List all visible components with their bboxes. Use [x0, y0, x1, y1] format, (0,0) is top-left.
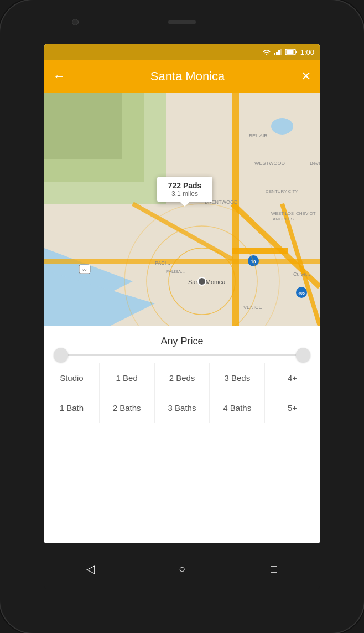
phone-bottom-bar	[0, 589, 364, 633]
baths-option-3[interactable]: 3 Baths	[155, 393, 210, 423]
status-time: 1:00	[300, 48, 314, 56]
svg-text:CHEVIOT: CHEVIOT	[296, 211, 316, 216]
nav-recent-button[interactable]: □	[263, 558, 285, 580]
map-popup: 722 Pads 3.1 miles	[157, 177, 212, 202]
slider-thumb-left[interactable]	[54, 348, 68, 362]
svg-rect-3	[280, 49, 282, 55]
beds-option-2[interactable]: 2 Beds	[155, 363, 210, 393]
price-section: Any Price	[44, 326, 320, 363]
signal-icon	[274, 49, 283, 55]
filters-area: Any Price Studio 1 Bed 2 Beds 3 Beds 4+ …	[44, 326, 320, 543]
app-bar: ← Santa Monica ✕	[44, 60, 320, 93]
svg-rect-10	[44, 93, 122, 159]
map-background: BRENTWOOD CENTURY CITY WESTWOOD BEL AIR …	[44, 93, 320, 326]
baths-option-2[interactable]: 2 Baths	[100, 393, 155, 423]
baths-filter-section: 1 Bath 2 Baths 3 Baths 4 Baths 5+	[44, 393, 320, 423]
back-button[interactable]: ←	[53, 69, 65, 84]
baths-option-4[interactable]: 4 Baths	[210, 393, 265, 423]
baths-option-5plus[interactable]: 5+	[265, 393, 320, 423]
beds-option-studio[interactable]: Studio	[44, 363, 100, 393]
nav-bar: ◁ ○ □	[44, 549, 320, 589]
phone-camera	[72, 19, 79, 25]
svg-rect-1	[276, 52, 278, 55]
svg-text:ANGELES: ANGELES	[273, 217, 294, 222]
baths-option-1[interactable]: 1 Bath	[44, 393, 100, 423]
svg-point-13	[271, 118, 293, 135]
svg-rect-16	[44, 259, 320, 264]
svg-rect-2	[278, 50, 280, 55]
price-slider-fill	[61, 354, 303, 356]
svg-text:VENICE: VENICE	[243, 305, 262, 310]
price-slider-track[interactable]	[61, 354, 303, 356]
svg-text:PALISA...: PALISA...	[166, 269, 185, 274]
svg-text:WESTWOOD: WESTWOOD	[254, 161, 285, 166]
status-bar: 1:00	[44, 44, 320, 60]
status-icons: 1:00	[262, 48, 314, 56]
svg-point-42	[198, 277, 206, 285]
wifi-icon	[262, 49, 271, 55]
nav-home-button[interactable]: ○	[171, 558, 193, 580]
svg-rect-5	[286, 50, 293, 54]
phone-top-bar	[0, 0, 364, 44]
price-label: Any Price	[55, 336, 309, 347]
svg-text:405: 405	[298, 291, 305, 295]
beds-option-3[interactable]: 3 Beds	[210, 363, 265, 393]
popup-subtitle: 3.1 miles	[164, 190, 206, 198]
svg-text:CENTURY CITY: CENTURY CITY	[266, 189, 298, 194]
svg-text:Culve...: Culve...	[293, 271, 310, 277]
popup-title: 722 Pads	[164, 181, 206, 190]
beds-option-1[interactable]: 1 Bed	[100, 363, 155, 393]
phone-shell: 1:00 ← Santa Monica ✕	[0, 0, 364, 633]
svg-text:27: 27	[82, 268, 87, 272]
slider-thumb-right[interactable]	[296, 348, 310, 362]
battery-icon	[285, 49, 298, 55]
phone-screen: 1:00 ← Santa Monica ✕	[44, 44, 320, 543]
map-area[interactable]: BRENTWOOD CENTURY CITY WESTWOOD BEL AIR …	[44, 93, 320, 326]
svg-text:BEL AIR: BEL AIR	[249, 133, 268, 138]
svg-text:WEST LOS: WEST LOS	[271, 211, 294, 216]
svg-text:Santa Monica: Santa Monica	[188, 279, 226, 285]
svg-text:Beverly: Beverly	[310, 161, 320, 166]
svg-rect-18	[232, 248, 288, 254]
svg-rect-0	[274, 53, 275, 55]
beds-option-4plus[interactable]: 4+	[265, 363, 320, 393]
phone-speaker	[168, 20, 196, 24]
nav-back-button[interactable]: ◁	[79, 558, 101, 580]
app-title: Santa Monica	[74, 69, 301, 84]
svg-text:PACI...: PACI...	[155, 260, 170, 266]
beds-filter-section: Studio 1 Bed 2 Beds 3 Beds 4+	[44, 363, 320, 393]
svg-rect-6	[295, 51, 297, 53]
close-button[interactable]: ✕	[301, 69, 311, 84]
